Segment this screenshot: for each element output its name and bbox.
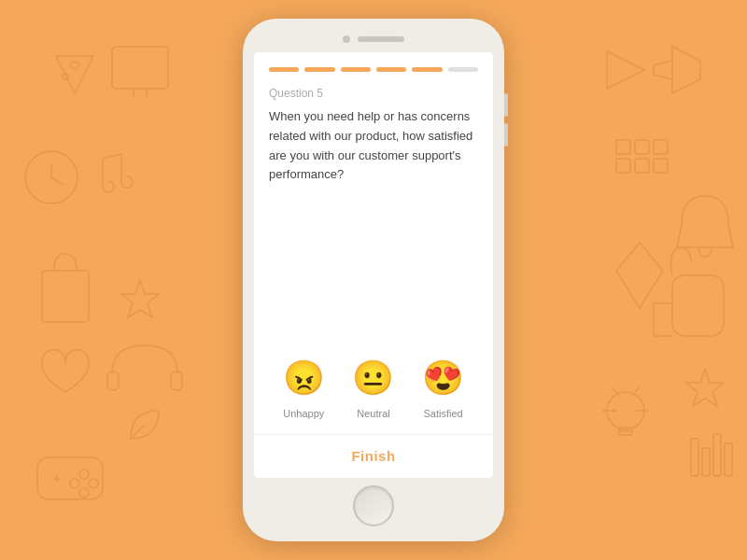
emoji-option-satisfied[interactable]: 😍 Satisfied bbox=[419, 354, 468, 419]
svg-rect-12 bbox=[171, 371, 182, 390]
svg-point-15 bbox=[89, 479, 98, 488]
svg-line-36 bbox=[631, 387, 640, 396]
question-text: When you need help or has concerns relat… bbox=[269, 107, 478, 185]
screen-footer: Finish bbox=[254, 434, 493, 478]
svg-point-17 bbox=[70, 479, 79, 488]
phone-top-bar bbox=[247, 26, 500, 52]
svg-rect-27 bbox=[654, 159, 668, 173]
progress-segment-5 bbox=[412, 67, 442, 72]
svg-rect-9 bbox=[42, 271, 89, 322]
unhappy-label: Unhappy bbox=[283, 408, 324, 419]
finish-button[interactable]: Finish bbox=[351, 448, 395, 464]
progress-bar-container bbox=[254, 52, 493, 79]
svg-point-0 bbox=[71, 62, 78, 69]
svg-line-8 bbox=[51, 177, 63, 185]
home-button[interactable] bbox=[353, 485, 394, 526]
volume-down-button bbox=[504, 123, 508, 147]
svg-point-1 bbox=[63, 74, 68, 79]
progress-segment-4 bbox=[376, 67, 406, 72]
volume-up-button bbox=[504, 93, 508, 117]
svg-point-30 bbox=[607, 392, 644, 429]
progress-segment-1 bbox=[269, 67, 299, 72]
svg-rect-26 bbox=[635, 159, 649, 173]
neutral-emoji: 😐 bbox=[349, 354, 398, 402]
svg-marker-28 bbox=[616, 243, 663, 308]
svg-point-6 bbox=[25, 151, 78, 203]
svg-rect-40 bbox=[725, 443, 732, 476]
svg-rect-39 bbox=[713, 434, 721, 476]
svg-rect-22 bbox=[616, 140, 630, 154]
progress-segment-6 bbox=[448, 67, 478, 72]
phone-shell: Question 5 When you need help or has con… bbox=[243, 19, 504, 541]
svg-marker-21 bbox=[607, 51, 644, 89]
neutral-label: Neutral bbox=[357, 408, 389, 419]
svg-rect-38 bbox=[702, 448, 710, 476]
satisfied-emoji: 😍 bbox=[419, 354, 468, 402]
earpiece-speaker bbox=[358, 36, 404, 42]
svg-point-16 bbox=[79, 488, 89, 497]
svg-rect-2 bbox=[112, 47, 168, 89]
progress-segment-2 bbox=[304, 67, 334, 72]
svg-point-14 bbox=[79, 469, 89, 479]
svg-marker-29 bbox=[686, 369, 724, 406]
svg-rect-25 bbox=[616, 159, 630, 173]
svg-rect-13 bbox=[37, 457, 103, 499]
progress-segment-3 bbox=[341, 67, 371, 72]
phone-screen: Question 5 When you need help or has con… bbox=[254, 52, 493, 478]
svg-line-35 bbox=[612, 387, 620, 396]
svg-rect-31 bbox=[619, 427, 632, 435]
svg-rect-24 bbox=[654, 140, 668, 154]
satisfied-label: Satisfied bbox=[424, 408, 463, 419]
front-camera bbox=[343, 35, 350, 43]
unhappy-emoji: 😠 bbox=[279, 354, 328, 402]
svg-rect-11 bbox=[107, 371, 119, 390]
svg-marker-10 bbox=[121, 280, 159, 317]
emoji-option-unhappy[interactable]: 😠 Unhappy bbox=[279, 354, 328, 419]
svg-rect-23 bbox=[635, 140, 649, 154]
question-area: Question 5 When you need help or has con… bbox=[254, 79, 493, 343]
svg-line-20 bbox=[131, 425, 145, 439]
svg-rect-37 bbox=[691, 439, 698, 476]
emoji-option-neutral[interactable]: 😐 Neutral bbox=[349, 354, 398, 419]
emoji-options-container: 😠 Unhappy 😐 Neutral 😍 Satisfied bbox=[254, 343, 493, 434]
question-number: Question 5 bbox=[269, 87, 478, 100]
